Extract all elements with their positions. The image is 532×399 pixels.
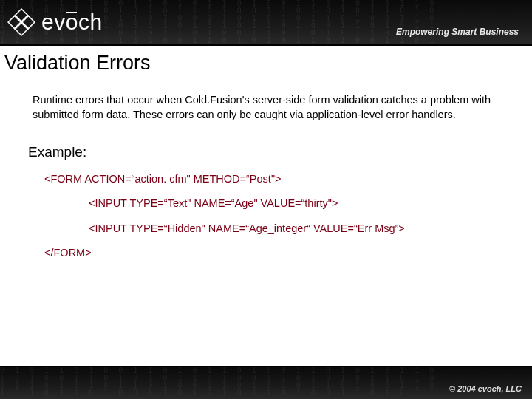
logo-text: evoch [41,10,103,35]
tagline: Empowering Smart Business [396,27,519,37]
svg-rect-1 [8,16,22,30]
page-title: Validation Errors [4,52,528,75]
logo: evoch [7,8,103,36]
code-line-3: <INPUT TYPE=“Hidden" NAME=“Age_integer“ … [89,222,502,236]
code-line-1: <FORM ACTION=“action. cfm" METHOD=“Post"… [44,172,502,187]
binary-background-footer: 0 1 0 1 1 0 1 0 0 1 1 0 1 0 1 1 0 1 0 0 … [0,367,532,399]
code-line-4: </FORM> [44,246,502,261]
svg-rect-3 [15,21,29,35]
logo-icon [7,8,35,36]
header-bar: 0 1 0 1 1 0 1 0 0 1 1 0 1 0 1 1 0 1 0 0 … [0,0,532,46]
description-text: Runtime errors that occur when Cold.Fusi… [33,93,502,122]
svg-rect-2 [21,16,35,30]
example-label: Example: [28,143,502,162]
copyright-text: © 2004 evoch, LLC [449,384,522,393]
code-line-2: <INPUT TYPE=“Text" NAME=“Age" VALUE=“thi… [89,197,502,211]
footer-bar: 0 1 0 1 1 0 1 0 0 1 1 0 1 0 1 1 0 1 0 0 … [0,366,532,399]
slide-content: Runtime errors that occur when Cold.Fusi… [0,78,532,279]
title-bar: Validation Errors [0,46,532,78]
svg-rect-0 [15,9,29,23]
